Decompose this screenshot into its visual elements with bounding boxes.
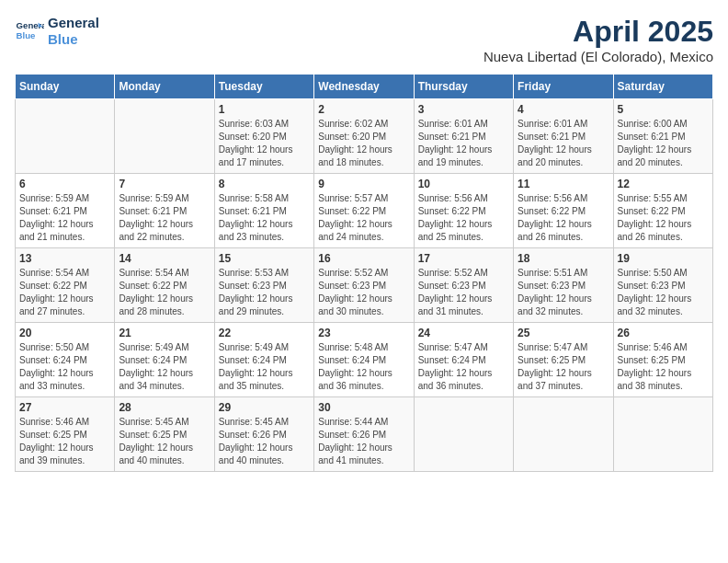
logo: General Blue General Blue	[15, 15, 99, 48]
day-info: Sunrise: 5:44 AMSunset: 6:26 PMDaylight:…	[318, 416, 409, 467]
day-info: Sunrise: 6:01 AMSunset: 6:21 PMDaylight:…	[518, 118, 609, 169]
day-info: Sunrise: 5:45 AMSunset: 6:26 PMDaylight:…	[219, 416, 310, 467]
day-number: 29	[219, 401, 310, 414]
calendar-week-row: 1Sunrise: 6:03 AMSunset: 6:20 PMDaylight…	[16, 99, 713, 174]
day-number: 27	[19, 401, 110, 414]
sunset-text: Sunset: 6:25 PM	[518, 354, 609, 367]
sunset-text: Sunset: 6:22 PM	[618, 205, 709, 218]
calendar-cell	[514, 397, 613, 472]
daylight-text: Daylight: 12 hours and 24 minutes.	[318, 218, 409, 244]
calendar-cell: 16Sunrise: 5:52 AMSunset: 6:23 PMDayligh…	[314, 248, 414, 323]
sunset-text: Sunset: 6:21 PM	[219, 205, 310, 218]
day-number: 14	[119, 252, 210, 265]
day-info: Sunrise: 5:54 AMSunset: 6:22 PMDaylight:…	[19, 267, 110, 318]
calendar-cell: 11Sunrise: 5:56 AMSunset: 6:22 PMDayligh…	[514, 174, 613, 248]
sunrise-text: Sunrise: 5:52 AM	[318, 267, 409, 280]
day-number: 19	[618, 252, 709, 265]
header-wednesday: Wednesday	[314, 75, 414, 99]
daylight-text: Daylight: 12 hours and 20 minutes.	[518, 144, 609, 169]
sunset-text: Sunset: 6:25 PM	[119, 429, 210, 442]
sunrise-text: Sunrise: 5:49 AM	[119, 341, 210, 354]
daylight-text: Daylight: 12 hours and 23 minutes.	[219, 218, 310, 244]
calendar-cell: 30Sunrise: 5:44 AMSunset: 6:26 PMDayligh…	[314, 397, 414, 472]
calendar-cell: 12Sunrise: 5:55 AMSunset: 6:22 PMDayligh…	[613, 174, 712, 248]
daylight-text: Daylight: 12 hours and 18 minutes.	[318, 144, 409, 169]
sunset-text: Sunset: 6:23 PM	[318, 280, 409, 293]
daylight-text: Daylight: 12 hours and 27 minutes.	[19, 293, 110, 318]
sunset-text: Sunset: 6:24 PM	[418, 354, 509, 367]
calendar-week-row: 6Sunrise: 5:59 AMSunset: 6:21 PMDaylight…	[16, 174, 713, 248]
sunset-text: Sunset: 6:21 PM	[418, 131, 509, 144]
daylight-text: Daylight: 12 hours and 37 minutes.	[518, 367, 609, 393]
calendar-cell	[414, 397, 513, 472]
sunset-text: Sunset: 6:20 PM	[219, 131, 310, 144]
calendar-cell	[115, 99, 214, 174]
header-saturday: Saturday	[613, 75, 712, 99]
day-info: Sunrise: 5:49 AMSunset: 6:24 PMDaylight:…	[119, 341, 210, 393]
sunset-text: Sunset: 6:21 PM	[618, 131, 709, 144]
calendar-cell: 14Sunrise: 5:54 AMSunset: 6:22 PMDayligh…	[115, 248, 214, 323]
daylight-text: Daylight: 12 hours and 40 minutes.	[219, 442, 310, 467]
daylight-text: Daylight: 12 hours and 29 minutes.	[219, 293, 310, 318]
day-info: Sunrise: 5:57 AMSunset: 6:22 PMDaylight:…	[318, 192, 409, 244]
calendar-cell: 24Sunrise: 5:47 AMSunset: 6:24 PMDayligh…	[414, 323, 513, 397]
day-info: Sunrise: 5:45 AMSunset: 6:25 PMDaylight:…	[119, 416, 210, 467]
calendar-cell	[613, 397, 712, 472]
day-number: 10	[418, 178, 509, 190]
calendar-cell: 4Sunrise: 6:01 AMSunset: 6:21 PMDaylight…	[514, 99, 613, 174]
sunrise-text: Sunrise: 6:01 AM	[418, 118, 509, 131]
sunrise-text: Sunrise: 5:59 AM	[19, 192, 110, 205]
day-info: Sunrise: 5:50 AMSunset: 6:23 PMDaylight:…	[618, 267, 709, 318]
day-info: Sunrise: 5:59 AMSunset: 6:21 PMDaylight:…	[19, 192, 110, 244]
logo-text-line1: General	[48, 15, 99, 31]
calendar-cell: 7Sunrise: 5:59 AMSunset: 6:21 PMDaylight…	[115, 174, 214, 248]
sunset-text: Sunset: 6:23 PM	[418, 280, 509, 293]
day-number: 21	[119, 327, 210, 339]
calendar-cell: 1Sunrise: 6:03 AMSunset: 6:20 PMDaylight…	[214, 99, 313, 174]
day-info: Sunrise: 5:59 AMSunset: 6:21 PMDaylight:…	[119, 192, 210, 244]
logo-icon: General Blue	[15, 17, 44, 46]
day-number: 11	[518, 178, 609, 190]
sunset-text: Sunset: 6:25 PM	[19, 429, 110, 442]
daylight-text: Daylight: 12 hours and 28 minutes.	[119, 293, 210, 318]
calendar-cell: 10Sunrise: 5:56 AMSunset: 6:22 PMDayligh…	[414, 174, 513, 248]
day-number: 13	[19, 252, 110, 265]
sunset-text: Sunset: 6:26 PM	[219, 429, 310, 442]
sunrise-text: Sunrise: 6:00 AM	[618, 118, 709, 131]
sunrise-text: Sunrise: 5:50 AM	[19, 341, 110, 354]
day-number: 30	[318, 401, 409, 414]
daylight-text: Daylight: 12 hours and 30 minutes.	[318, 293, 409, 318]
sunset-text: Sunset: 6:24 PM	[219, 354, 310, 367]
sunset-text: Sunset: 6:26 PM	[318, 429, 409, 442]
sunrise-text: Sunrise: 5:56 AM	[418, 192, 509, 205]
day-number: 25	[518, 327, 609, 339]
day-number: 12	[618, 178, 709, 190]
sunrise-text: Sunrise: 5:59 AM	[119, 192, 210, 205]
sunrise-text: Sunrise: 5:46 AM	[618, 341, 709, 354]
calendar-week-row: 13Sunrise: 5:54 AMSunset: 6:22 PMDayligh…	[16, 248, 713, 323]
daylight-text: Daylight: 12 hours and 41 minutes.	[318, 442, 409, 467]
sunrise-text: Sunrise: 5:47 AM	[518, 341, 609, 354]
calendar-header-row: Sunday Monday Tuesday Wednesday Thursday…	[16, 75, 713, 99]
day-info: Sunrise: 6:00 AMSunset: 6:21 PMDaylight:…	[618, 118, 709, 169]
calendar-cell: 9Sunrise: 5:57 AMSunset: 6:22 PMDaylight…	[314, 174, 414, 248]
day-info: Sunrise: 5:49 AMSunset: 6:24 PMDaylight:…	[219, 341, 310, 393]
daylight-text: Daylight: 12 hours and 21 minutes.	[19, 218, 110, 244]
calendar-cell: 3Sunrise: 6:01 AMSunset: 6:21 PMDaylight…	[414, 99, 513, 174]
page-header: General Blue General Blue April 2025 Nue…	[15, 15, 713, 64]
sunset-text: Sunset: 6:23 PM	[618, 280, 709, 293]
day-number: 7	[119, 178, 210, 190]
day-number: 17	[418, 252, 509, 265]
sunset-text: Sunset: 6:22 PM	[318, 205, 409, 218]
daylight-text: Daylight: 12 hours and 20 minutes.	[618, 144, 709, 169]
sunset-text: Sunset: 6:21 PM	[119, 205, 210, 218]
sunrise-text: Sunrise: 5:44 AM	[318, 416, 409, 429]
daylight-text: Daylight: 12 hours and 33 minutes.	[19, 367, 110, 393]
daylight-text: Daylight: 12 hours and 25 minutes.	[418, 218, 509, 244]
daylight-text: Daylight: 12 hours and 36 minutes.	[318, 367, 409, 393]
calendar-cell: 13Sunrise: 5:54 AMSunset: 6:22 PMDayligh…	[16, 248, 115, 323]
sunrise-text: Sunrise: 5:58 AM	[219, 192, 310, 205]
sunset-text: Sunset: 6:24 PM	[19, 354, 110, 367]
sunrise-text: Sunrise: 5:47 AM	[418, 341, 509, 354]
sunset-text: Sunset: 6:22 PM	[119, 280, 210, 293]
